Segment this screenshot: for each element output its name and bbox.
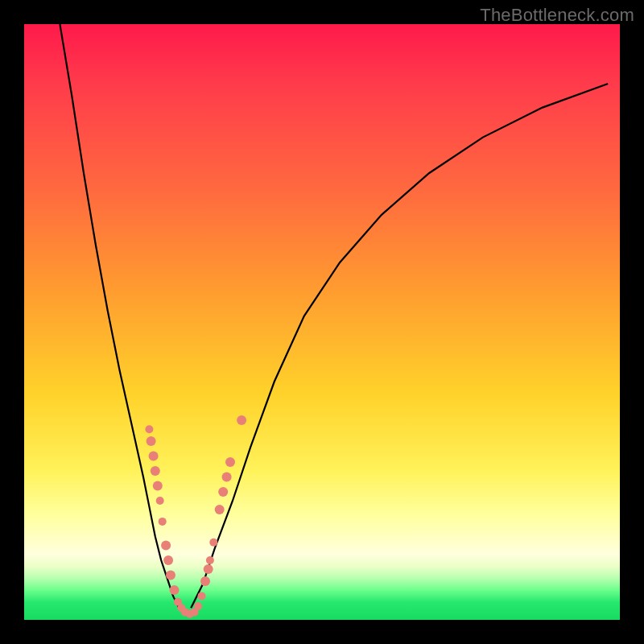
data-point [237, 415, 246, 425]
data-point [151, 466, 160, 476]
data-point [159, 518, 167, 526]
chart-svg [24, 24, 620, 620]
plot-area [24, 24, 620, 620]
data-point [163, 555, 173, 565]
watermark-text: TheBottleneck.com [480, 5, 634, 26]
data-point [166, 571, 175, 580]
data-point [200, 576, 210, 586]
data-point [149, 452, 159, 461]
data-point [215, 505, 225, 514]
data-point [222, 472, 232, 481]
chart-frame: TheBottleneck.com [0, 0, 644, 644]
data-point [198, 592, 206, 600]
data-point [161, 541, 171, 551]
data-point [209, 539, 217, 547]
data-point [194, 602, 202, 610]
data-point [153, 481, 163, 491]
scatter-dots [145, 415, 246, 618]
data-point [218, 487, 228, 497]
data-point [170, 585, 180, 595]
data-point [145, 425, 153, 433]
data-point [156, 497, 164, 505]
right-curve [191, 84, 608, 608]
data-point [147, 436, 156, 446]
data-point [204, 564, 213, 574]
data-point [225, 457, 235, 467]
data-point [206, 556, 214, 564]
